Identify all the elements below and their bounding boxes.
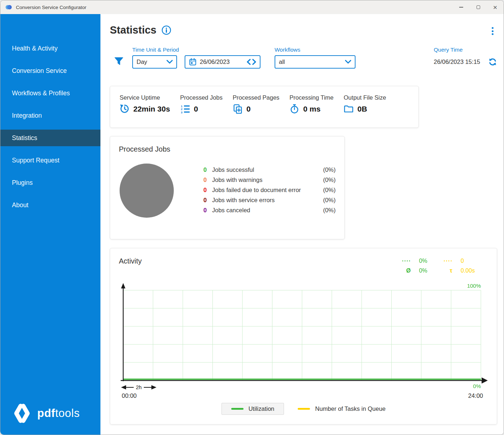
copy-pages-icon — [233, 104, 243, 114]
activity-chart: 100% 0% 2h 00:00 24:00 — [119, 282, 489, 404]
activity-corner-stats: ···· 0% ···· 0 Ø 0% τ 0.00s — [402, 258, 482, 274]
pdftools-wordmark: pdftools — [37, 407, 80, 420]
time-unit-label: Time Unit & Period — [132, 47, 260, 53]
activity-card: Activity ···· 0% ···· 0 Ø 0% τ 0.00s — [110, 248, 497, 425]
minimize-button[interactable] — [453, 0, 470, 14]
queue-average-icon: τ — [450, 267, 453, 274]
filter-funnel-icon[interactable] — [114, 57, 124, 66]
pdftools-mark-icon — [10, 402, 33, 425]
maximize-button[interactable] — [470, 0, 487, 14]
workflows-group: Workflows all — [275, 47, 356, 69]
maximize-icon — [477, 5, 480, 9]
window-title: Conversion Service Configurator — [16, 5, 86, 10]
app-logo-icon — [5, 4, 12, 11]
date-value: 26/06/2023 — [200, 58, 230, 65]
workflows-label: Workflows — [275, 47, 356, 53]
stat-processed-jobs: Processed Jobs 1 2 3 0 — [180, 94, 223, 119]
chevron-down-icon — [167, 60, 173, 64]
activity-legend: Utilization Number of Tasks in Queue — [110, 403, 497, 415]
queue-peak-value: 0 — [461, 258, 482, 264]
processed-jobs-card: Processed Jobs 0 Jobs successful (0%) 0 … — [110, 136, 345, 239]
stat-processing-time: Processing Time 0 ms — [289, 94, 333, 119]
queue-swatch-icon — [298, 408, 310, 410]
stat-processed-pages: Processed Pages 0 — [233, 94, 279, 119]
info-icon[interactable] — [161, 25, 171, 35]
summary-card: Service Uptime 22min 30s Processed Jobs — [110, 86, 419, 128]
stat-output-file-size: Output File Size 0B — [344, 94, 386, 119]
utilization-average-icon: Ø — [406, 267, 411, 274]
legend-row-jobs-service-errors: 0 Jobs with service errors (0%) — [203, 197, 336, 204]
svg-text:3: 3 — [181, 111, 182, 114]
sidebar-item-health-activity[interactable]: Health & Activity — [0, 40, 100, 57]
sidebar-item-about[interactable]: About — [0, 197, 100, 213]
stat-service-uptime: Service Uptime 22min 30s — [120, 94, 170, 119]
date-next-button[interactable] — [252, 59, 256, 65]
workflows-select[interactable]: all — [275, 55, 356, 69]
x-start-label: 00:00 — [122, 392, 137, 399]
main-content: Statistics Time Uni — [100, 14, 504, 435]
utilization-average-value: 0% — [419, 267, 436, 274]
jobs-legend: 0 Jobs successful (0%) 0 Jobs with warni… — [203, 166, 336, 218]
calendar-icon — [189, 58, 197, 66]
time-unit-select[interactable]: Day — [132, 55, 177, 69]
query-time-label: Query Time — [434, 47, 497, 53]
app-window: Conversion Service Configurator ✕ Health… — [0, 0, 504, 435]
processed-jobs-title: Processed Jobs — [119, 145, 336, 153]
legend-row-jobs-canceled: 0 Jobs canceled (0%) — [203, 207, 336, 214]
queue-average-value: 0.00s — [461, 267, 482, 274]
date-prev-button[interactable] — [247, 59, 251, 65]
filter-bar: Time Unit & Period Day — [110, 47, 497, 69]
titlebar: Conversion Service Configurator ✕ — [0, 0, 504, 14]
sidebar: Health & Activity Conversion Service Wor… — [0, 14, 100, 435]
legend-row-jobs-warnings: 0 Jobs with warnings (0%) — [203, 177, 336, 183]
sidebar-item-plugins[interactable]: Plugins — [0, 174, 100, 191]
date-picker[interactable]: 26/06/2023 — [185, 55, 260, 69]
legend-row-jobs-failed-document: 0 Jobs failed due to document error (0%) — [203, 187, 336, 193]
refresh-icon[interactable] — [488, 57, 497, 66]
sidebar-item-conversion-service[interactable]: Conversion Service — [0, 62, 100, 79]
sidebar-item-support-request[interactable]: Support Request — [0, 152, 100, 169]
x-scale-label: 2h — [136, 384, 142, 390]
query-time-value: 26/06/2023 15:15 — [434, 58, 480, 65]
y-min-label: 0% — [473, 383, 481, 389]
numbered-list-icon: 1 2 3 — [180, 104, 190, 114]
legend-utilization-toggle[interactable]: Utilization — [221, 403, 284, 415]
history-icon — [120, 104, 130, 114]
queue-peak-icon: ···· — [444, 258, 453, 264]
utilization-peak-value: 0% — [419, 258, 436, 264]
sidebar-item-statistics[interactable]: Statistics — [0, 130, 100, 146]
chevron-down-icon — [345, 60, 351, 64]
legend-queue-toggle[interactable]: Number of Tasks in Queue — [298, 405, 385, 412]
folder-icon — [344, 104, 354, 114]
jobs-pie-chart — [120, 164, 174, 218]
minimize-icon — [459, 7, 463, 7]
stopwatch-icon — [289, 104, 300, 114]
more-options-button[interactable] — [490, 26, 495, 36]
legend-row-jobs-successful: 0 Jobs successful (0%) — [203, 166, 336, 173]
y-max-label: 100% — [467, 283, 481, 289]
sidebar-item-workflows-profiles[interactable]: Workflows & Profiles — [0, 85, 100, 101]
page-title: Statistics — [110, 24, 156, 36]
sidebar-item-integration[interactable]: Integration — [0, 107, 100, 124]
x-end-label: 24:00 — [468, 392, 483, 399]
query-time-group: Query Time 26/06/2023 15:15 — [434, 47, 497, 69]
time-unit-group: Time Unit & Period Day — [132, 47, 260, 69]
close-button[interactable]: ✕ — [487, 0, 504, 14]
utilization-peak-icon: ···· — [402, 258, 411, 264]
pdftools-logo: pdftools — [10, 402, 80, 425]
utilization-swatch-icon — [231, 408, 244, 410]
